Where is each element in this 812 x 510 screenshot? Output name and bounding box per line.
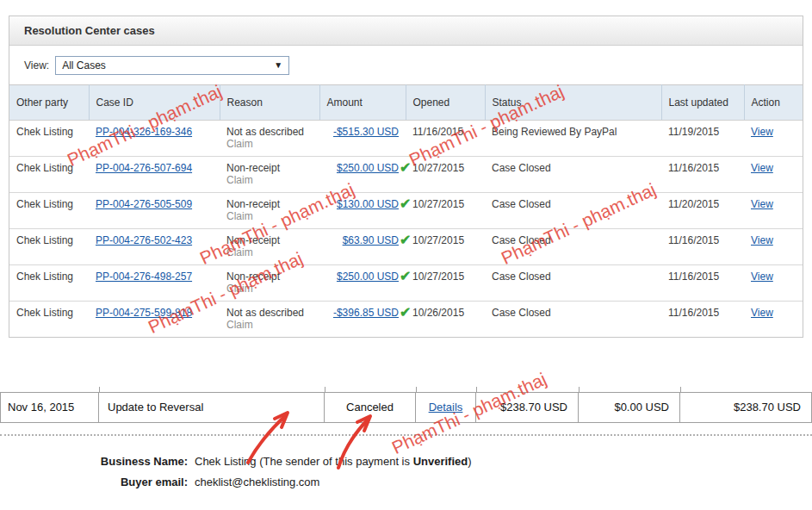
transaction-details-cell: Details <box>416 392 476 423</box>
col-header-last-updated: Last updated <box>661 85 744 121</box>
case-id-cell: PP-004-275-599-818 <box>89 302 220 338</box>
view-link[interactable]: View <box>751 198 773 210</box>
details-link[interactable]: Details <box>429 401 463 414</box>
other-party-cell: Chek Listing <box>9 193 89 229</box>
view-link[interactable]: View <box>751 162 773 174</box>
opened-cell: ✔11/16/2015 <box>406 121 485 157</box>
transaction-fee-cell: $0.00 USD <box>579 392 680 423</box>
other-party-cell: Chek Listing <box>9 265 89 302</box>
reason-line1: Not as described <box>226 126 313 138</box>
buyer-email-value: cheklist@cheklisting.com <box>195 476 654 488</box>
reason-cell: Non-receiptClaim <box>220 265 319 302</box>
amount-link[interactable]: $63.90 USD <box>343 234 399 246</box>
case-id-cell: PP-004-276-505-509 <box>89 193 220 229</box>
amount-link[interactable]: -$515.30 USD <box>333 126 399 138</box>
case-id-link[interactable]: PP-004-276-505-509 <box>96 198 192 210</box>
green-check-icon: ✔ <box>400 162 411 174</box>
case-id-cell: PP-004-276-502-423 <box>89 229 220 265</box>
case-id-link[interactable]: PP-004-276-502-423 <box>96 234 192 246</box>
amount-cell: $250.00 USD <box>319 265 406 302</box>
amount-link[interactable]: -$396.85 USD <box>333 307 399 319</box>
case-id-link[interactable]: PP-004-276-507-694 <box>96 162 192 174</box>
reason-cell: Non-receiptClaim <box>220 157 319 193</box>
col-header-reason: Reason <box>220 85 319 121</box>
col-header-amount: Amount <box>319 85 406 121</box>
action-cell: View <box>744 157 803 193</box>
opened-date: 11/16/2015 <box>412 126 463 138</box>
view-dropdown[interactable]: All Cases ▼ <box>55 56 289 75</box>
col-header-status: Status <box>485 85 661 121</box>
transaction-net-cell: $238.70 USD <box>680 392 812 423</box>
transaction-row: Nov 16, 2015 Update to Reversal Canceled… <box>0 392 812 423</box>
reason-cell: Non-receiptClaim <box>220 229 319 265</box>
reason-cell: Not as describedClaim <box>220 302 319 338</box>
status-cell: Case Closed <box>485 157 661 193</box>
other-party-cell: Chek Listing <box>9 229 89 265</box>
status-cell: Case Closed <box>485 265 661 302</box>
table-row: Chek Listing PP-004-276-502-423 Non-rece… <box>9 229 803 265</box>
case-id-link[interactable]: PP-004-326-169-346 <box>96 126 192 138</box>
reason-line2: Claim <box>226 319 313 331</box>
view-filter-row: View: All Cases ▼ <box>9 46 803 84</box>
view-link[interactable]: View <box>751 271 773 283</box>
panel-title: Resolution Center cases <box>9 16 803 46</box>
business-name-label: Business Name: <box>0 455 188 468</box>
opened-cell: ✔10/27/2015 <box>406 229 485 265</box>
table-row: Chek Listing PP-004-275-599-818 Not as d… <box>9 302 803 338</box>
green-check-icon: ✔ <box>400 307 411 319</box>
business-name-value: Chek Listing (The sender of this payment… <box>195 455 654 468</box>
status-cell: Case Closed <box>485 193 661 229</box>
case-id-cell: PP-004-276-498-257 <box>89 265 220 302</box>
last-updated-cell: 11/16/2015 <box>661 265 744 302</box>
action-cell: View <box>744 121 803 157</box>
action-cell: View <box>744 302 803 338</box>
transaction-date-cell: Nov 16, 2015 <box>0 392 99 423</box>
last-updated-cell: 11/20/2015 <box>661 193 744 229</box>
view-label: View: <box>24 59 49 72</box>
action-cell: View <box>744 229 803 265</box>
last-updated-cell: 11/16/2015 <box>661 157 744 193</box>
transaction-gross-cell: $238.70 USD <box>476 392 579 423</box>
table-row: Chek Listing PP-004-326-169-346 Not as d… <box>9 121 803 157</box>
reason-line1: Not as described <box>226 307 313 319</box>
case-id-link[interactable]: PP-004-276-498-257 <box>96 271 192 283</box>
amount-cell: -$396.85 USD <box>319 302 406 338</box>
amount-link[interactable]: $250.00 USD <box>337 271 399 283</box>
table-row: Chek Listing PP-004-276-505-509 Non-rece… <box>9 193 803 229</box>
other-party-cell: Chek Listing <box>9 302 89 338</box>
amount-link[interactable]: $130.00 USD <box>337 198 399 210</box>
opened-cell: ✔10/27/2015 <box>406 265 485 302</box>
amount-link[interactable]: $250.00 USD <box>337 162 399 174</box>
reason-line1: Non-receipt <box>226 271 313 283</box>
opened-cell: ✔10/27/2015 <box>406 193 485 229</box>
view-link[interactable]: View <box>751 126 773 138</box>
opened-date: 10/27/2015 <box>412 271 464 283</box>
amount-cell: $130.00 USD <box>319 193 406 229</box>
opened-cell: ✔10/26/2015 <box>406 302 485 338</box>
transaction-status-cell: Canceled <box>325 392 416 423</box>
table-header-row: Other party Case ID Reason Amount Opened… <box>9 85 803 121</box>
view-link[interactable]: View <box>751 234 773 246</box>
reason-line2: Claim <box>226 283 313 295</box>
opened-date: 10/27/2015 <box>412 162 464 174</box>
view-link[interactable]: View <box>751 307 773 319</box>
case-id-cell: PP-004-276-507-694 <box>89 157 220 193</box>
other-party-cell: Chek Listing <box>9 121 89 157</box>
dotted-divider <box>0 434 812 436</box>
payment-info-footer: Business Name: Chek Listing (The sender … <box>0 455 654 488</box>
transaction-type-cell: Update to Reversal <box>99 392 325 423</box>
opened-date: 10/27/2015 <box>412 234 464 246</box>
col-header-other-party: Other party <box>9 85 89 121</box>
reason-line2: Claim <box>226 174 313 186</box>
col-header-action: Action <box>744 85 803 121</box>
amount-cell: $250.00 USD <box>319 157 406 193</box>
amount-cell: $63.90 USD <box>319 229 406 265</box>
cases-table-body: Chek Listing PP-004-326-169-346 Not as d… <box>9 121 803 338</box>
case-id-link[interactable]: PP-004-275-599-818 <box>96 307 192 319</box>
reason-line1: Non-receipt <box>226 198 313 210</box>
green-check-icon: ✔ <box>400 271 411 283</box>
status-cell: Case Closed <box>485 229 661 265</box>
view-dropdown-value: All Cases <box>62 59 106 72</box>
other-party-cell: Chek Listing <box>9 157 89 193</box>
opened-date: 10/27/2015 <box>412 198 464 210</box>
